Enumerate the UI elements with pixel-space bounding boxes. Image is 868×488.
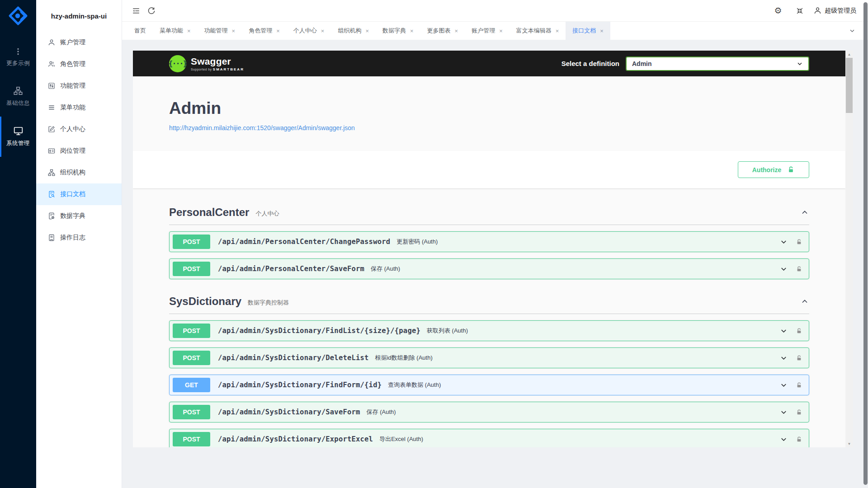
- tab-label: 数据字典: [382, 27, 406, 35]
- tab-home[interactable]: 首页: [127, 22, 153, 40]
- api-info-section: Admin http://hzyadmin.milaizhijie.com:15…: [133, 76, 845, 151]
- page-scrollbar[interactable]: [863, 0, 868, 488]
- chevron-down-icon[interactable]: [779, 265, 788, 273]
- chevron-down-icon[interactable]: [779, 354, 788, 362]
- tab-label: 个人中心: [293, 27, 317, 35]
- operation-row[interactable]: POST /api/admin/SysDictionary/FindList/{…: [169, 320, 809, 341]
- org-chart-icon: [48, 169, 55, 176]
- tab-personal-center[interactable]: 个人中心×: [287, 22, 331, 40]
- fullscreen-button[interactable]: [792, 3, 807, 19]
- role-user-icon: [48, 61, 55, 68]
- operation-row[interactable]: POST /api/admin/PersonalCenter/SaveForm …: [169, 258, 809, 279]
- iframe-scrollbar[interactable]: ▲ ▼: [845, 51, 853, 447]
- page-scrollbar-thumb[interactable]: [863, 2, 868, 485]
- tab-data-dictionary[interactable]: 数据字典×: [376, 22, 420, 40]
- authorize-button[interactable]: Authorize: [738, 161, 809, 178]
- sidebar-item-api-docs[interactable]: 接口文档: [36, 183, 122, 205]
- close-icon[interactable]: ×: [187, 28, 191, 34]
- sidebar-item-personal-center[interactable]: 个人中心: [36, 118, 122, 140]
- rail-item-basic-info[interactable]: 基础信息: [0, 77, 36, 117]
- rail-item-more-examples[interactable]: 更多示例: [0, 38, 36, 77]
- close-icon[interactable]: ×: [365, 28, 369, 34]
- spec-url-link[interactable]: http://hzyadmin.milaizhijie.com:1520/swa…: [169, 124, 355, 131]
- tab-label: 功能管理: [204, 27, 228, 35]
- tab-rich-text-editor[interactable]: 富文本编辑器×: [509, 22, 566, 40]
- user-menu[interactable]: 超级管理员: [814, 7, 856, 15]
- tab-api-docs[interactable]: 接口文档×: [566, 22, 610, 40]
- tab-label: 账户管理: [472, 27, 495, 35]
- operation-row[interactable]: POST /api/admin/SysDictionary/DeleteList…: [169, 347, 809, 368]
- rail-item-system-management[interactable]: 系统管理: [0, 117, 36, 157]
- collapse-section-button[interactable]: [800, 208, 809, 217]
- tab-function-management[interactable]: 功能管理×: [198, 22, 242, 40]
- sidebar-menu: 账户管理 角色管理 功能管理 菜单功能 个人: [36, 32, 122, 249]
- chevron-down-icon[interactable]: [779, 408, 788, 417]
- chevron-up-icon: [800, 297, 809, 306]
- tab-role-management[interactable]: 角色管理×: [242, 22, 287, 40]
- section-header-sysdictionary[interactable]: SysDictionary 数据字典控制器: [169, 289, 809, 314]
- operation-row[interactable]: POST /api/admin/SysDictionary/ExportExce…: [169, 429, 809, 447]
- close-icon[interactable]: ×: [600, 28, 604, 34]
- chevron-down-icon[interactable]: [779, 435, 788, 444]
- sidebar-item-accounts[interactable]: 账户管理: [36, 32, 122, 53]
- swagger-logo-icon: {···}: [169, 55, 186, 72]
- tab-account-management[interactable]: 账户管理×: [465, 22, 509, 40]
- unlock-icon[interactable]: [796, 436, 802, 443]
- sidebar-item-menu-functions[interactable]: 菜单功能: [36, 97, 122, 118]
- monitor-icon: [14, 126, 23, 136]
- sidebar-item-roles[interactable]: 角色管理: [36, 53, 122, 75]
- tab-label: 接口文档: [572, 27, 596, 35]
- close-icon[interactable]: ×: [410, 28, 414, 34]
- sidebar-item-label: 菜单功能: [60, 103, 85, 112]
- close-icon[interactable]: ×: [499, 28, 503, 34]
- tab-menu-functions[interactable]: 菜单功能×: [153, 22, 198, 40]
- operation-row[interactable]: POST /api/admin/SysDictionary/SaveForm 保…: [169, 402, 809, 422]
- unlock-icon[interactable]: [796, 239, 802, 245]
- smartbear-attribution: Supported by SMARTBEAR: [191, 67, 244, 71]
- unlock-icon[interactable]: [796, 266, 802, 272]
- iframe-scrollbar-thumb[interactable]: [846, 58, 853, 113]
- swagger-brand[interactable]: {···} Swagger Supported by SMARTBEAR: [169, 55, 244, 72]
- definition-select[interactable]: Admin: [626, 56, 809, 71]
- app-logo-icon[interactable]: [8, 5, 28, 26]
- operation-row[interactable]: GET /api/admin/SysDictionary/FindForm/{i…: [169, 375, 809, 395]
- chevron-down-icon[interactable]: [779, 381, 788, 389]
- operation-path: /api/admin/PersonalCenter/SaveForm: [218, 265, 364, 273]
- app-title: hzy-admin-spa-ui: [36, 0, 122, 32]
- scroll-up-arrow-icon[interactable]: ▲: [845, 51, 853, 58]
- collapse-sidebar-button[interactable]: [128, 3, 144, 19]
- sidebar-item-label: 账户管理: [60, 38, 85, 47]
- unlock-icon[interactable]: [796, 355, 802, 361]
- sidebar-item-data-dictionary[interactable]: 数据字典: [36, 205, 122, 227]
- chevron-down-icon[interactable]: [779, 238, 788, 246]
- menu-lines-icon: [48, 104, 55, 111]
- section-header-personalcenter[interactable]: PersonalCenter 个人中心: [169, 200, 809, 225]
- close-icon[interactable]: ×: [276, 28, 280, 34]
- tab-more-charts[interactable]: 更多图表×: [420, 22, 465, 40]
- unlock-icon[interactable]: [796, 409, 802, 416]
- sidebar-item-positions[interactable]: 岗位管理: [36, 140, 122, 162]
- chevron-down-icon[interactable]: [779, 327, 788, 335]
- settings-button[interactable]: ⚙: [770, 3, 786, 19]
- operation-path: /api/admin/SysDictionary/DeleteList: [218, 354, 369, 362]
- collapse-section-button[interactable]: [800, 297, 809, 306]
- sidebar-item-label: 组织机构: [60, 169, 85, 177]
- close-icon[interactable]: ×: [556, 28, 559, 34]
- sidebar-item-functions[interactable]: 功能管理: [36, 75, 122, 97]
- operation-row[interactable]: POST /api/admin/PersonalCenter/ChangePas…: [169, 231, 809, 252]
- close-icon[interactable]: ×: [321, 28, 325, 34]
- close-icon[interactable]: ×: [455, 28, 458, 34]
- scroll-down-arrow-icon[interactable]: ▼: [845, 440, 853, 447]
- operation-summary: 更新密码 (Auth): [396, 238, 438, 246]
- tab-organizations[interactable]: 组织机构×: [331, 22, 376, 40]
- unlock-icon[interactable]: [796, 328, 802, 334]
- operation-path: /api/admin/SysDictionary/FindForm/{id}: [218, 381, 382, 389]
- refresh-button[interactable]: [144, 3, 159, 19]
- selected-definition: Admin: [632, 60, 652, 67]
- close-icon[interactable]: ×: [232, 28, 236, 34]
- unlock-icon[interactable]: [796, 382, 802, 389]
- sidebar-item-organizations[interactable]: 组织机构: [36, 162, 122, 183]
- swagger-body: {···} Swagger Supported by SMARTBEAR Sel…: [133, 51, 845, 447]
- method-badge: POST: [173, 262, 210, 276]
- sidebar-item-operation-logs[interactable]: 操作日志: [36, 227, 122, 249]
